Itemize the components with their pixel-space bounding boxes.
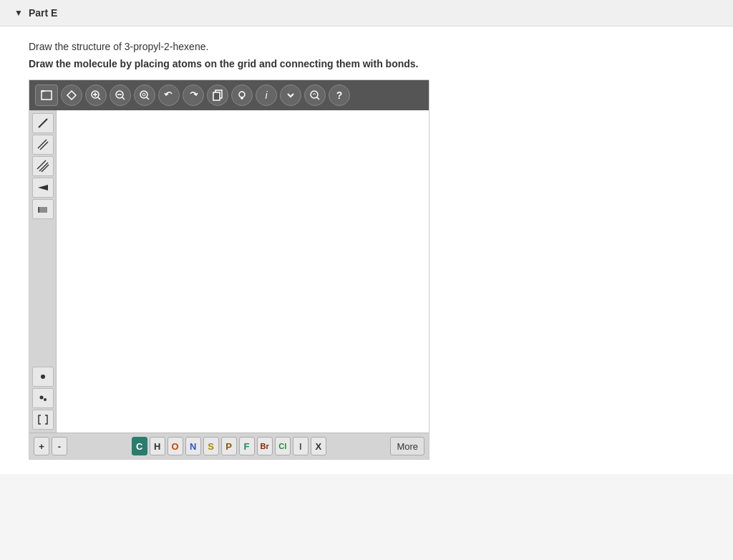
erase-btn[interactable] (61, 85, 82, 106)
content-area: Draw the structure of 3-propyl-2-hexene.… (0, 26, 733, 474)
atom-o-btn[interactable]: O (168, 437, 183, 455)
atom-i-btn[interactable]: I (293, 437, 309, 455)
svg-point-32 (41, 375, 45, 379)
mol-toolbar: i ? (29, 80, 429, 110)
atom-s-btn[interactable]: S (203, 437, 219, 455)
instruction-line2: Draw the molecule by placing atoms on th… (29, 58, 704, 69)
svg-point-34 (44, 398, 47, 401)
svg-line-20 (39, 119, 47, 127)
double-bond-tool[interactable] (32, 135, 54, 155)
atom-c-btn[interactable]: C (132, 437, 147, 455)
redo-btn[interactable] (183, 85, 204, 106)
svg-point-33 (39, 396, 43, 400)
plus-charge-btn[interactable]: + (34, 437, 49, 455)
svg-rect-0 (42, 91, 52, 100)
mol-sidebar (29, 110, 57, 433)
mol-body (29, 110, 429, 433)
collapse-arrow-icon[interactable]: ▼ (14, 8, 23, 18)
svg-line-8 (122, 97, 125, 100)
svg-point-12 (142, 93, 145, 96)
copy-paste-btn[interactable] (207, 85, 228, 106)
search-structure-btn[interactable] (304, 85, 326, 106)
minus-charge-btn[interactable]: - (52, 437, 67, 455)
triple-bond-tool[interactable] (32, 156, 54, 176)
instruction-line1: Draw the structure of 3-propyl-2-hexene. (29, 41, 704, 52)
svg-marker-2 (67, 91, 76, 100)
molecule-editor: i ? (29, 79, 429, 460)
svg-line-4 (98, 97, 101, 100)
svg-line-23 (37, 160, 46, 169)
help-btn[interactable]: ? (329, 85, 350, 106)
svg-line-22 (40, 142, 48, 150)
atom-cl-btn[interactable]: Cl (275, 437, 291, 455)
zoom-fit-btn[interactable] (134, 85, 155, 106)
wedge-bond-tool[interactable] (32, 178, 54, 198)
drawing-canvas[interactable] (57, 110, 429, 433)
part-label: Part E (29, 7, 57, 19)
atom-br-btn[interactable]: Br (257, 437, 273, 455)
undo-btn[interactable] (158, 85, 180, 106)
template-btn[interactable] (231, 85, 253, 106)
atom-f-btn[interactable]: F (239, 437, 255, 455)
svg-marker-26 (38, 185, 48, 190)
svg-rect-14 (213, 92, 220, 100)
chevron-down-btn[interactable] (280, 85, 301, 106)
svg-line-19 (317, 97, 320, 100)
atom-p-btn[interactable]: P (221, 437, 237, 455)
zoom-in-btn[interactable] (85, 85, 107, 106)
atom-dot-tool[interactable] (32, 367, 54, 387)
bracket-tool[interactable] (32, 410, 54, 430)
svg-point-15 (239, 92, 245, 97)
page-header: ▼ Part E (0, 0, 733, 26)
stereo-bond-tool[interactable] (32, 199, 54, 219)
zoom-out-btn[interactable] (110, 85, 131, 106)
info-btn[interactable]: i (256, 85, 277, 106)
radical-tool[interactable] (32, 388, 54, 408)
atom-x-btn[interactable]: X (311, 437, 326, 455)
svg-line-11 (147, 97, 150, 100)
atom-h-btn[interactable]: H (150, 437, 165, 455)
single-bond-tool[interactable] (32, 113, 54, 133)
mol-bottom-bar: + - C H O N S P F Br Cl I X More (29, 433, 429, 459)
atom-n-btn[interactable]: N (185, 437, 201, 455)
select-rect-btn[interactable] (35, 85, 58, 106)
more-atoms-btn[interactable]: More (390, 437, 424, 455)
